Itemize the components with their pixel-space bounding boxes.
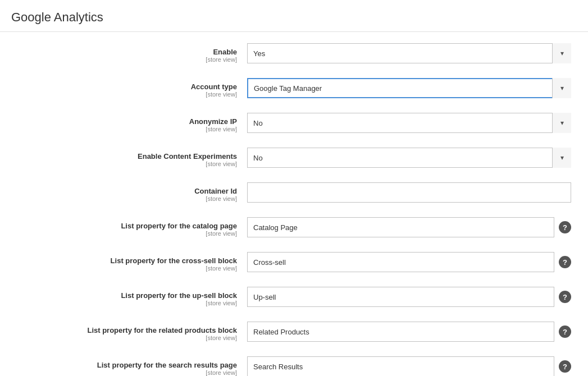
form-row-container_id: Container Id[store view] xyxy=(11,182,571,207)
help-icon-catalog_page[interactable]: ? xyxy=(559,221,571,233)
label-main-enable: Enable xyxy=(11,48,237,56)
label-sub-container_id: [store view] xyxy=(11,195,237,202)
form-row-catalog_page: List property for the catalog page[store… xyxy=(11,217,571,242)
help-icon-related_products[interactable]: ? xyxy=(559,325,571,338)
label-sub-catalog_page: [store view] xyxy=(11,230,237,237)
help-icon-cross_sell[interactable]: ? xyxy=(559,256,571,268)
field-label-enable_content_experiments: Enable Content Experiments[store view] xyxy=(11,148,247,167)
field-label-container_id: Container Id[store view] xyxy=(11,182,247,202)
label-sub-cross_sell: [store view] xyxy=(11,265,237,272)
help-icon-up_sell[interactable]: ? xyxy=(559,291,571,303)
select-anonymize_ip[interactable]: YesNo xyxy=(247,113,571,133)
form-row-search_results: List property for the search results pag… xyxy=(11,356,571,376)
label-sub-enable: [store view] xyxy=(11,56,237,63)
field-control-search_results: ? xyxy=(247,356,571,376)
field-control-related_products: ? xyxy=(247,322,571,342)
label-main-catalog_page: List property for the catalog page xyxy=(11,222,237,230)
form-row-up_sell: List property for the up-sell block[stor… xyxy=(11,287,571,311)
select-wrapper-enable: YesNo xyxy=(247,43,571,63)
label-sub-enable_content_experiments: [store view] xyxy=(11,161,237,167)
page-title: Google Analytics xyxy=(11,10,577,25)
select-enable[interactable]: YesNo xyxy=(247,43,571,63)
select-account_type[interactable]: Google AnalyticsGoogle Tag Manager xyxy=(247,78,571,98)
label-main-enable_content_experiments: Enable Content Experiments xyxy=(11,152,237,161)
input-container_id[interactable] xyxy=(247,182,571,203)
help-icon-search_results[interactable]: ? xyxy=(559,360,571,373)
form-row-cross_sell: List property for the cross-sell block[s… xyxy=(11,252,571,277)
field-control-container_id xyxy=(247,182,571,203)
form-row-account_type: Account type[store view]Google Analytics… xyxy=(11,78,571,103)
label-main-anonymize_ip: Anonymize IP xyxy=(11,117,237,126)
input-up_sell[interactable] xyxy=(247,287,554,307)
field-label-enable: Enable[store view] xyxy=(11,43,247,63)
settings-form: Enable[store view]YesNoAccount type[stor… xyxy=(0,32,588,376)
form-row-related_products: List property for the related products b… xyxy=(11,322,571,346)
label-main-search_results: List property for the search results pag… xyxy=(11,361,237,369)
label-main-cross_sell: List property for the cross-sell block xyxy=(11,256,237,265)
field-control-enable_content_experiments: YesNo xyxy=(247,148,571,168)
input-search_results[interactable] xyxy=(247,356,554,376)
label-main-container_id: Container Id xyxy=(11,187,237,195)
label-sub-related_products: [store view] xyxy=(11,334,237,341)
label-sub-search_results: [store view] xyxy=(11,369,237,376)
field-control-up_sell: ? xyxy=(247,287,571,307)
field-control-cross_sell: ? xyxy=(247,252,571,272)
form-row-enable_content_experiments: Enable Content Experiments[store view]Ye… xyxy=(11,148,571,172)
input-catalog_page[interactable] xyxy=(247,217,554,237)
select-wrapper-account_type: Google AnalyticsGoogle Tag Manager xyxy=(247,78,571,98)
field-control-catalog_page: ? xyxy=(247,217,571,237)
label-sub-anonymize_ip: [store view] xyxy=(11,126,237,132)
form-row-anonymize_ip: Anonymize IP[store view]YesNo xyxy=(11,113,571,137)
label-main-up_sell: List property for the up-sell block xyxy=(11,291,237,300)
input-related_products[interactable] xyxy=(247,322,554,342)
label-sub-up_sell: [store view] xyxy=(11,300,237,306)
field-label-cross_sell: List property for the cross-sell block[s… xyxy=(11,252,247,272)
select-wrapper-enable_content_experiments: YesNo xyxy=(247,148,571,168)
label-sub-account_type: [store view] xyxy=(11,91,237,98)
field-label-up_sell: List property for the up-sell block[stor… xyxy=(11,287,247,306)
field-label-account_type: Account type[store view] xyxy=(11,78,247,98)
input-cross_sell[interactable] xyxy=(247,252,554,272)
form-row-enable: Enable[store view]YesNo xyxy=(11,43,571,68)
label-main-related_products: List property for the related products b… xyxy=(11,326,237,334)
field-label-search_results: List property for the search results pag… xyxy=(11,356,247,376)
field-label-related_products: List property for the related products b… xyxy=(11,322,247,341)
field-control-enable: YesNo xyxy=(247,43,571,63)
field-label-catalog_page: List property for the catalog page[store… xyxy=(11,217,247,237)
label-main-account_type: Account type xyxy=(11,82,237,91)
field-label-anonymize_ip: Anonymize IP[store view] xyxy=(11,113,247,132)
page-header: Google Analytics xyxy=(0,0,588,32)
select-wrapper-anonymize_ip: YesNo xyxy=(247,113,571,133)
field-control-anonymize_ip: YesNo xyxy=(247,113,571,133)
select-enable_content_experiments[interactable]: YesNo xyxy=(247,148,571,168)
field-control-account_type: Google AnalyticsGoogle Tag Manager xyxy=(247,78,571,98)
